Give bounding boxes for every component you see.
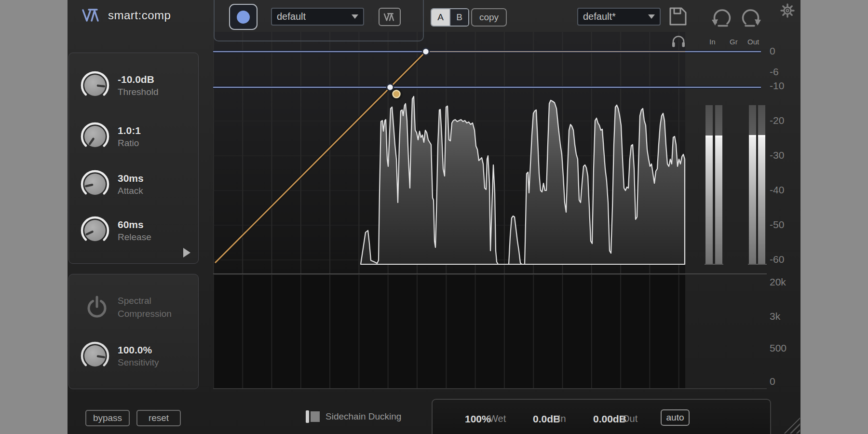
release-knob[interactable] (77, 212, 113, 249)
meter-label-out: Out (747, 38, 759, 46)
attack-readout: 30ms Attack (118, 166, 195, 203)
db-scale-tick: -30 (770, 149, 784, 161)
record-learn-button[interactable] (229, 4, 258, 30)
profile-dropdown[interactable]: default (271, 8, 364, 26)
freq-scale-tick: 20k (770, 276, 786, 288)
release-label: Release (118, 232, 195, 243)
threshold-readout: -10.0dB Threshold (118, 67, 195, 104)
input-level-meter (705, 105, 723, 264)
sensitivity-label: Sensitivity (118, 357, 195, 368)
db-scale-tick: 0 (770, 45, 775, 57)
ab-compare-switch[interactable]: A B (431, 8, 469, 27)
meter-label-gr: Gr (730, 38, 738, 46)
save-preset-icon[interactable] (668, 6, 688, 27)
db-scale-tick: -10 (770, 80, 784, 92)
db-scale-tick: -6 (770, 66, 779, 78)
output-values-panel: 100% Wet 0.0dB In 0.00dB Out auto (432, 399, 771, 434)
threshold-value: -10.0dB (118, 74, 195, 85)
smartcomp-plugin-window: smart:comp default A B copy default* (68, 0, 800, 434)
threshold-knob[interactable] (77, 67, 113, 104)
sidechain-ducking-label: Sidechain Ducking (326, 411, 401, 422)
output-level-meter (748, 105, 767, 264)
freq-scale-tick: 500 (770, 342, 787, 354)
ratio-knob[interactable] (77, 118, 113, 155)
db-scale-tick: -50 (770, 219, 784, 231)
input-gain-label: In (558, 413, 566, 424)
release-readout: 60ms Release (118, 212, 195, 249)
undo-icon[interactable] (710, 7, 734, 29)
plugin-title: smart:comp (108, 9, 171, 22)
attack-knob[interactable] (77, 166, 113, 203)
sensitivity-knob[interactable] (77, 338, 113, 374)
spectral-compression-label: Spectral Compression (118, 294, 195, 320)
ceiling-node-handle[interactable] (422, 48, 429, 55)
chevron-down-icon (352, 14, 358, 19)
record-dot-icon (237, 11, 250, 24)
auto-gain-button[interactable]: auto (661, 409, 690, 426)
preset-dropdown-value: default* (583, 11, 616, 22)
headphone-monitor-icon[interactable] (671, 35, 686, 48)
ab-state-b[interactable]: B (449, 9, 468, 26)
spectral-indicator-dot[interactable] (392, 89, 402, 99)
input-gain-value[interactable]: 0.0dB (533, 413, 560, 425)
preset-dropdown[interactable]: default* (577, 8, 661, 26)
sensitivity-readout: 100.0% Sensitivity (118, 338, 195, 374)
db-scale-tick: -40 (770, 184, 784, 196)
ratio-value: 1.0:1 (118, 125, 195, 136)
sonible-logo-icon (81, 6, 102, 24)
sensitivity-value: 100.0% (118, 344, 195, 356)
desktop-background: smart:comp default A B copy default* (0, 0, 868, 434)
db-scale-tick: -20 (770, 115, 784, 126)
ratio-readout: 1.0:1 Ratio (118, 118, 195, 155)
sonible-glyph-icon (383, 12, 396, 22)
sidechain-toggle-box-icon (311, 411, 320, 422)
copy-button[interactable]: copy (471, 8, 507, 27)
expand-parameters-arrow[interactable] (183, 248, 190, 258)
output-gain-label: Out (622, 413, 637, 424)
bypass-button[interactable]: bypass (85, 410, 130, 426)
meter-label-in: In (709, 38, 716, 46)
sidechain-toggle-bar-icon (306, 410, 309, 423)
ratio-label: Ratio (118, 138, 195, 149)
redo-icon[interactable] (739, 7, 763, 29)
wet-label: Wet (489, 413, 506, 424)
reset-button[interactable]: reset (136, 410, 181, 426)
sonible-profile-button[interactable] (379, 8, 401, 26)
freq-scale-tick: 3k (770, 311, 780, 322)
output-gain-value[interactable]: 0.00dB (593, 413, 626, 425)
chevron-down-icon (648, 14, 655, 19)
spectral-compression-power-icon[interactable] (84, 294, 110, 320)
db-scale-tick: -60 (770, 254, 784, 265)
ab-state-a[interactable]: A (432, 9, 449, 26)
freq-scale-tick: 0 (770, 376, 775, 387)
attack-value: 30ms (118, 173, 195, 184)
wet-value[interactable]: 100% (465, 413, 491, 425)
spectral-ducking-area (213, 275, 685, 389)
threshold-label: Threshold (118, 87, 195, 97)
attack-label: Attack (118, 186, 195, 196)
settings-gear-icon[interactable] (780, 3, 795, 18)
profile-dropdown-value: default (277, 11, 306, 22)
sidechain-ducking-toggle[interactable]: Sidechain Ducking (306, 410, 401, 423)
release-value: 60ms (118, 219, 195, 231)
